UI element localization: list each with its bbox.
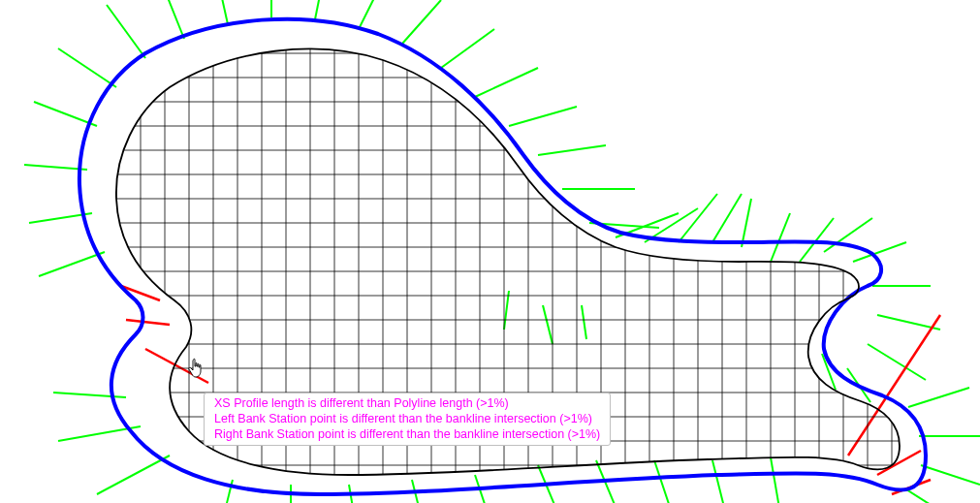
svg-line-8 xyxy=(475,68,538,97)
svg-line-55 xyxy=(848,315,940,456)
tooltip-line-3: Right Bank Station point is different th… xyxy=(214,426,600,442)
svg-line-45 xyxy=(712,460,727,503)
svg-line-6 xyxy=(402,0,441,44)
svg-line-9 xyxy=(509,107,577,126)
error-tooltip: XS Profile length is different than Poly… xyxy=(204,393,611,446)
svg-line-48 xyxy=(582,305,586,339)
svg-line-34 xyxy=(53,393,126,397)
svg-line-53 xyxy=(126,320,170,325)
svg-line-29 xyxy=(58,48,116,87)
svg-line-47 xyxy=(543,305,553,344)
tooltip-line-1: XS Profile length is different than Poly… xyxy=(214,395,600,411)
svg-line-36 xyxy=(97,456,170,494)
svg-line-44 xyxy=(654,460,674,503)
svg-line-28 xyxy=(906,489,960,503)
svg-line-46 xyxy=(771,457,780,503)
svg-line-33 xyxy=(39,252,105,276)
svg-line-54 xyxy=(145,349,208,383)
svg-line-0 xyxy=(107,5,145,58)
svg-line-16 xyxy=(712,194,742,242)
svg-line-30 xyxy=(34,102,97,126)
svg-line-1 xyxy=(165,0,184,39)
svg-line-27 xyxy=(921,465,980,485)
svg-line-4 xyxy=(315,0,325,19)
svg-line-5 xyxy=(359,0,383,29)
svg-line-7 xyxy=(441,29,494,68)
svg-line-49 xyxy=(504,291,509,330)
svg-line-17 xyxy=(742,199,751,247)
svg-line-21 xyxy=(853,242,906,262)
svg-line-2 xyxy=(218,0,228,24)
svg-line-25 xyxy=(908,388,969,407)
svg-line-10 xyxy=(538,145,606,155)
tooltip-line-2: Left Bank Station point is different tha… xyxy=(214,411,600,426)
svg-line-18 xyxy=(771,213,790,262)
